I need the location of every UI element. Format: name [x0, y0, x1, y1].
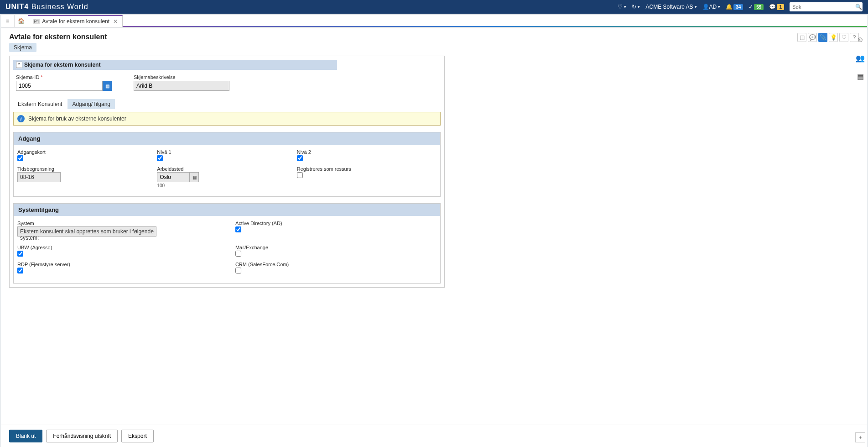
- arbeidssted-code: 100: [157, 183, 296, 188]
- footer-bar: Blank ut Forhåndsvisning utskrift Ekspor…: [1, 425, 867, 446]
- beskrivelse-label: Skjemabeskrivelse: [134, 74, 229, 80]
- rdp-checkbox[interactable]: [17, 268, 23, 273]
- tidsbegrensning-label: Tidsbegrensning: [17, 166, 157, 172]
- subtab-ekstern[interactable]: Ekstern Konsulent: [13, 99, 67, 109]
- messages-button[interactable]: 💬1: [769, 4, 784, 10]
- split-icon[interactable]: ◫: [797, 33, 806, 42]
- info-icon: i: [17, 115, 25, 122]
- registreres-checkbox[interactable]: [297, 172, 303, 178]
- registreres-label: Registreres som ressurs: [297, 166, 437, 172]
- niva1-checkbox[interactable]: [157, 155, 163, 161]
- arbeidssted-lookup[interactable]: ▦: [190, 172, 199, 182]
- tasks-button[interactable]: ✓59: [748, 4, 764, 10]
- beskrivelse-input: [134, 81, 229, 91]
- content-area: Avtale for ekstern konsulent Skjema ◫ 💬 …: [1, 28, 867, 446]
- niva2-checkbox[interactable]: [297, 155, 303, 161]
- export-button[interactable]: Eksport: [121, 430, 154, 442]
- notif-count: 34: [733, 4, 743, 10]
- niva2-label: Nivå 2: [297, 149, 437, 155]
- user-menu[interactable]: 👤 AD▾: [702, 4, 721, 10]
- toolbar-icons: ◫ 💬 📎 💡 ♡ ?: [797, 33, 859, 42]
- rail-people-icon[interactable]: 👥: [855, 53, 865, 63]
- subtabs: Ekstern Konsulent Adgang/Tilgang: [13, 99, 441, 109]
- adgangskort-checkbox[interactable]: [17, 155, 23, 161]
- rdp-label: RDP (Fjernstyre server): [17, 262, 235, 267]
- page-subtab[interactable]: Skjema: [9, 43, 36, 52]
- panel-adgang-header: Adgang: [14, 132, 440, 145]
- section-title: Skjema for ekstern konsulent: [24, 62, 100, 68]
- rail-face-icon[interactable]: ☺: [855, 35, 865, 45]
- top-navbar: UNIT4 Business World ♡▾ ↻▾ ACME Software…: [0, 0, 868, 14]
- search-icon: 🔍: [855, 4, 862, 10]
- chat-icon[interactable]: 💬: [808, 33, 817, 42]
- company-name: ACME Software AS: [645, 4, 693, 10]
- mail-label: Mail/Exchange: [235, 245, 437, 250]
- subtab-adgang[interactable]: Adgang/Tilgang: [68, 99, 115, 109]
- notifications-button[interactable]: 🔔34: [726, 4, 743, 10]
- page-title: Avtale for ekstern konsulent: [9, 33, 797, 41]
- arbeidssted-input[interactable]: [157, 172, 190, 182]
- add-button[interactable]: +: [855, 432, 865, 442]
- ad-checkbox[interactable]: [235, 226, 241, 232]
- hint-icon[interactable]: 💡: [829, 33, 838, 42]
- tabbar: ≡ 🏠 P1 Avtale for ekstern konsulent ✕: [1, 15, 867, 27]
- user-name: AD: [709, 4, 717, 10]
- ubw-label: UBW (Agresso): [17, 245, 235, 250]
- info-text: Skjema for bruk av eksterne konsulenter: [28, 116, 126, 122]
- panel-system-header: Systemtilgang: [14, 204, 440, 216]
- favorites-menu[interactable]: ♡▾: [618, 4, 626, 10]
- company-menu[interactable]: ACME Software AS▾: [645, 4, 696, 10]
- brand-bold: UNIT4: [5, 3, 29, 11]
- ad-label: Active Directory (AD): [235, 221, 437, 226]
- home-button[interactable]: 🏠: [15, 15, 28, 27]
- crm-label: CRM (SalesForce.Com): [235, 262, 437, 267]
- preview-button[interactable]: Forhåndsvisning utskrift: [46, 430, 118, 442]
- tab-title: Avtale for ekstern konsulent: [42, 18, 109, 25]
- panel-adgang: Adgang Adgangskort Nivå 1: [13, 132, 441, 197]
- history-menu[interactable]: ↻▾: [632, 4, 640, 10]
- msg-count: 1: [777, 4, 784, 10]
- tidsbegrensning-value: 08-16: [17, 172, 61, 182]
- tasks-count: 59: [754, 4, 764, 10]
- right-rail: ☺ 👥 ▤: [852, 28, 868, 88]
- brand-rest: Business World: [29, 3, 88, 11]
- collapse-icon[interactable]: ⌃: [16, 62, 22, 68]
- ubw-checkbox[interactable]: [17, 251, 23, 257]
- global-search[interactable]: 🔍: [790, 2, 863, 11]
- close-icon[interactable]: ✕: [113, 18, 118, 25]
- skjema-id-input[interactable]: [16, 81, 103, 91]
- form-container: ⌃ Skjema for ekstern konsulent Skjema-ID…: [9, 56, 445, 288]
- panel-system: Systemtilgang System Ekstern konsulent s…: [13, 203, 441, 284]
- system-label: System: [17, 221, 235, 226]
- menu-button[interactable]: ≡: [1, 15, 15, 27]
- attachment-icon[interactable]: 📎: [818, 33, 827, 42]
- brand-logo: UNIT4 Business World: [5, 3, 88, 11]
- skjema-id-lookup[interactable]: ▦: [103, 81, 112, 91]
- mail-checkbox[interactable]: [235, 251, 241, 257]
- favorite-icon[interactable]: ♡: [839, 33, 848, 42]
- crm-checkbox[interactable]: [235, 268, 241, 273]
- skjema-id-label: Skjema-ID *: [16, 74, 112, 80]
- blank-button[interactable]: Blank ut: [9, 430, 42, 442]
- search-input[interactable]: [792, 4, 855, 10]
- tab-active[interactable]: P1 Avtale for ekstern konsulent ✕: [28, 15, 123, 27]
- niva1-label: Nivå 1: [157, 149, 296, 155]
- info-box: i Skjema for bruk av eksterne konsulente…: [13, 112, 441, 126]
- section-skjema-header: ⌃ Skjema for ekstern konsulent: [13, 60, 337, 70]
- arbeidssted-label: Arbeidssted: [157, 166, 296, 172]
- system-value: Ekstern konsulent skal opprettes som bru…: [17, 226, 156, 237]
- rail-list-icon[interactable]: ▤: [855, 71, 865, 81]
- adgangskort-label: Adgangskort: [17, 149, 157, 155]
- tab-prefix-icon: P1: [33, 19, 40, 24]
